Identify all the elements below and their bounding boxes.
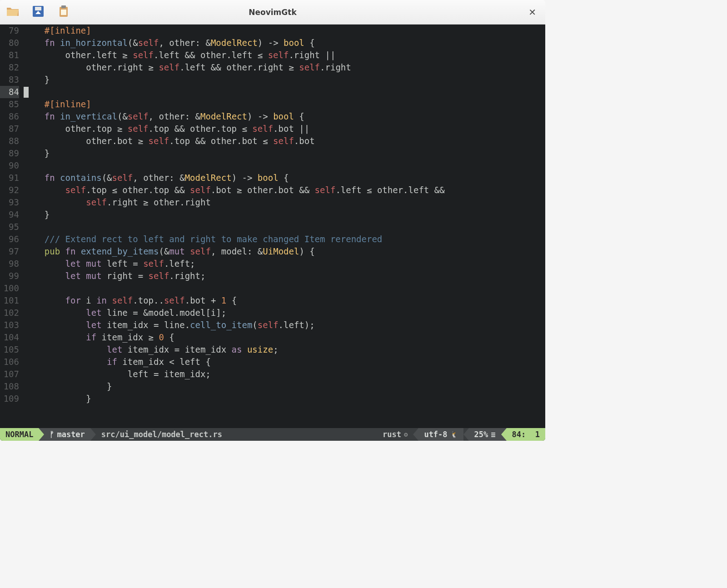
file-path: src/ui_model/model_rect.rs — [96, 428, 228, 441]
code-line[interactable] — [24, 282, 545, 294]
separator-icon — [39, 428, 44, 441]
line-number: 103 — [0, 319, 19, 331]
code-line[interactable]: } — [24, 380, 545, 393]
separator-icon — [90, 428, 96, 441]
line-number: 82 — [0, 61, 19, 74]
code-line[interactable]: self.top ≤ other.top && self.bot ≥ other… — [24, 184, 545, 196]
code-line[interactable]: } — [24, 393, 545, 405]
code-line[interactable]: self.right ≥ other.right — [24, 196, 545, 209]
code-line[interactable]: } — [24, 74, 545, 86]
line-number: 81 — [0, 49, 19, 61]
code-line[interactable]: fn in_horizontal(&self, other: &ModelRec… — [24, 37, 545, 49]
code-line[interactable]: #[inline] — [24, 25, 545, 37]
code-line[interactable]: if item_idx < left { — [24, 356, 545, 368]
paste-icon[interactable] — [56, 4, 71, 20]
code-line[interactable]: /// Extend rect to left and right to mak… — [24, 233, 545, 245]
code-line[interactable]: left = item_idx; — [24, 368, 545, 380]
line-number: 89 — [0, 147, 19, 159]
open-folder-icon[interactable] — [5, 4, 20, 20]
toolbar — [5, 4, 71, 20]
line-number: 93 — [0, 196, 19, 209]
line-number: 107 — [0, 368, 19, 380]
code-line[interactable]: fn in_vertical(&self, other: &ModelRect)… — [24, 110, 545, 123]
line-number: 98 — [0, 258, 19, 270]
svg-rect-3 — [61, 5, 66, 8]
code-line[interactable]: other.top ≥ self.top && other.top ≤ self… — [24, 123, 545, 135]
line-number: 96 — [0, 233, 19, 245]
line-number: 85 — [0, 98, 19, 110]
line-number: 95 — [0, 221, 19, 233]
code-line[interactable]: let line = &model.model[i]; — [24, 307, 545, 319]
line-number: 88 — [0, 135, 19, 147]
code-line[interactable] — [24, 159, 545, 172]
line-number-gutter: 7980818283848586878889909192939495969798… — [0, 25, 22, 428]
line-number: 108 — [0, 380, 19, 393]
titlebar: NeovimGtk ✕ — [0, 0, 545, 25]
code-line[interactable]: if item_idx ≥ 0 { — [24, 331, 545, 344]
code-line[interactable]: for i in self.top..self.bot + 1 { — [24, 294, 545, 307]
code-line[interactable]: other.bot ≥ self.top && other.bot ≤ self… — [24, 135, 545, 147]
line-number: 83 — [0, 74, 19, 86]
line-number: 80 — [0, 37, 19, 49]
window-title: NeovimGtk — [249, 8, 296, 17]
code-line[interactable]: } — [24, 147, 545, 159]
git-branch: ᚠmaster — [44, 428, 90, 441]
svg-rect-1 — [35, 7, 41, 10]
line-number: 86 — [0, 110, 19, 123]
line-number: 94 — [0, 209, 19, 221]
line-number: 91 — [0, 172, 19, 184]
code-line[interactable]: fn contains(&self, other: &ModelRect) ->… — [24, 172, 545, 184]
statusline: NORMAL ᚠmaster src/ui_model/model_rect.r… — [0, 428, 545, 441]
filetype: rust⚙ — [377, 428, 413, 441]
code-line[interactable] — [24, 86, 545, 98]
line-number: 100 — [0, 282, 19, 294]
cursor-position: 84: 1 — [507, 428, 545, 441]
scroll-percent: 25%≡ — [469, 428, 501, 441]
save-icon[interactable] — [31, 4, 45, 20]
code-line[interactable]: #[inline] — [24, 98, 545, 110]
code-area[interactable]: #[inline] fn in_horizontal(&self, other:… — [22, 25, 545, 428]
line-number: 99 — [0, 270, 19, 282]
line-number: 109 — [0, 393, 19, 405]
separator-icon — [463, 428, 469, 441]
line-number: 105 — [0, 344, 19, 356]
line-number: 97 — [0, 245, 19, 258]
line-number: 101 — [0, 294, 19, 307]
mode-indicator: NORMAL — [0, 428, 39, 441]
line-number: 87 — [0, 123, 19, 135]
statusline-spacer — [228, 428, 377, 441]
line-number: 106 — [0, 356, 19, 368]
code-line[interactable]: let item_idx = item_idx as usize; — [24, 344, 545, 356]
code-line[interactable]: other.right ≥ self.left && other.right ≥… — [24, 61, 545, 74]
separator-icon — [501, 428, 507, 441]
separator-icon — [413, 428, 418, 441]
code-line[interactable] — [24, 221, 545, 233]
line-number: 102 — [0, 307, 19, 319]
code-line[interactable]: let mut left = self.left; — [24, 258, 545, 270]
close-icon[interactable]: ✕ — [525, 5, 540, 20]
line-number: 79 — [0, 25, 19, 37]
line-number: 92 — [0, 184, 19, 196]
line-number: 90 — [0, 159, 19, 172]
line-number: 84 — [0, 86, 19, 98]
line-number: 104 — [0, 331, 19, 344]
code-line[interactable]: pub fn extend_by_items(&mut self, model:… — [24, 245, 545, 258]
svg-rect-4 — [61, 10, 66, 15]
code-line[interactable]: let item_idx = line.cell_to_item(self.le… — [24, 319, 545, 331]
editor[interactable]: 7980818283848586878889909192939495969798… — [0, 25, 545, 428]
encoding: utf-8🐧 — [418, 428, 463, 441]
code-line[interactable]: } — [24, 209, 545, 221]
code-line[interactable]: let mut right = self.right; — [24, 270, 545, 282]
code-line[interactable]: other.left ≥ self.left && other.left ≤ s… — [24, 49, 545, 61]
